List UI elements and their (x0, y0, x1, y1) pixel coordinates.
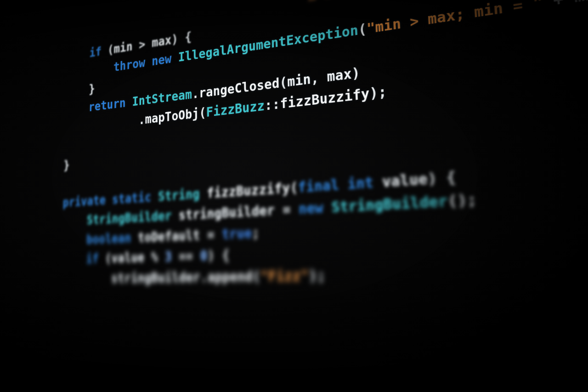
token-str: "min > max; min = " (366, 0, 543, 37)
token-pn (126, 95, 132, 110)
code-line: } (65, 81, 95, 99)
token-pn: ) { (427, 168, 457, 187)
token-pn: } (63, 158, 70, 172)
token-pn (171, 50, 178, 65)
token-pn: == (172, 248, 200, 264)
token-pn: ( (358, 21, 367, 38)
token-pn (64, 139, 70, 153)
token-var: max (152, 32, 171, 50)
token-type: IntStream (132, 87, 192, 109)
token-pn (131, 230, 138, 245)
token-kw: new (152, 51, 171, 68)
code-line: boolean toDefault = true; (62, 224, 260, 247)
token-pn: % (144, 249, 165, 265)
token-pn (106, 192, 112, 207)
token-lit: true (222, 225, 252, 242)
code-line (63, 176, 69, 191)
token-pn: , (311, 69, 327, 87)
token-pn (65, 100, 89, 117)
token-pn: . (200, 269, 208, 285)
token-pn (323, 199, 332, 216)
token-var: min (114, 39, 133, 56)
token-type: StringBuilder (331, 192, 448, 216)
token-pn (65, 60, 113, 81)
token-str: "Fizz" (260, 267, 309, 284)
token-pn (63, 176, 69, 191)
token-var: min (573, 0, 588, 6)
token-num: 3 (165, 249, 172, 264)
token-fn: fizzBuzzify (207, 179, 290, 200)
token-var: toDefault (138, 227, 200, 245)
code-line: } (63, 158, 70, 172)
token-pn: ( (99, 250, 112, 266)
token-pn: (); (447, 190, 478, 210)
token-pn: ( (279, 74, 288, 91)
screen-plane: … is negative; min = " + min); if (min >… (34, 0, 588, 392)
token-kw: if (86, 251, 99, 266)
token-kw: return (89, 96, 126, 114)
code-line: stringBuilder.append("Fizz"); (61, 267, 326, 286)
token-pn: ) (351, 64, 361, 82)
token-pn: ( (253, 268, 261, 284)
token-type: IllegalArgumentException (178, 22, 359, 65)
token-pn: > (132, 36, 152, 53)
code-line: if (value % 3 == 0) { (62, 247, 230, 267)
token-kw: private (62, 193, 106, 210)
token-pn (172, 207, 179, 223)
token-pn: ( (199, 105, 206, 120)
token-kw: static (112, 189, 152, 207)
token-var: stringBuilder (179, 202, 275, 223)
token-pn: = (200, 226, 222, 243)
token-pn: ( (102, 42, 114, 57)
token-var: stringBuilder (111, 269, 200, 285)
token-pn: ) { (207, 247, 230, 263)
code-line (64, 139, 70, 153)
token-pn: ); (369, 83, 387, 101)
token-pn: ( (290, 179, 298, 196)
token-pn: :: (265, 96, 280, 113)
token-pn (62, 251, 86, 267)
token-kw: throw (113, 55, 145, 74)
token-fn: mapToObj (145, 105, 199, 126)
token-kw: final (298, 176, 339, 195)
token-var: value (382, 170, 428, 190)
token-pn (61, 271, 111, 286)
token-pn: ; (252, 224, 260, 241)
token-pn (339, 176, 348, 193)
token-pn: } (65, 81, 95, 99)
token-var: value (112, 250, 145, 266)
token-kw: int (347, 174, 374, 193)
token-kw: boolean (86, 230, 131, 246)
token-pn: ); (308, 267, 326, 284)
token-type: StringBuilder (87, 208, 172, 227)
token-pn (145, 54, 152, 69)
token-num: 0 (200, 248, 208, 264)
token-var: max (327, 66, 352, 85)
token-pn (151, 189, 158, 205)
token-type: FizzBuzz (206, 97, 265, 119)
token-var: min (287, 71, 311, 90)
token-type: String (158, 186, 200, 204)
token-pn: = (275, 201, 299, 218)
token-pn: . (192, 86, 199, 102)
code-block: … is negative; min = " + min); if (min >… (38, 0, 588, 289)
token-pn: ) { (171, 29, 192, 46)
token-pn (66, 46, 90, 63)
token-kw: new (299, 199, 324, 217)
token-kw: if (90, 44, 102, 60)
token-fn: append (208, 268, 253, 285)
photo-scene: … is negative; min = " + min); if (min >… (0, 0, 588, 392)
token-pn: + (542, 0, 575, 11)
token-pn (62, 213, 87, 228)
token-pn (62, 232, 87, 248)
token-pn (200, 185, 207, 201)
token-pn (373, 173, 383, 190)
